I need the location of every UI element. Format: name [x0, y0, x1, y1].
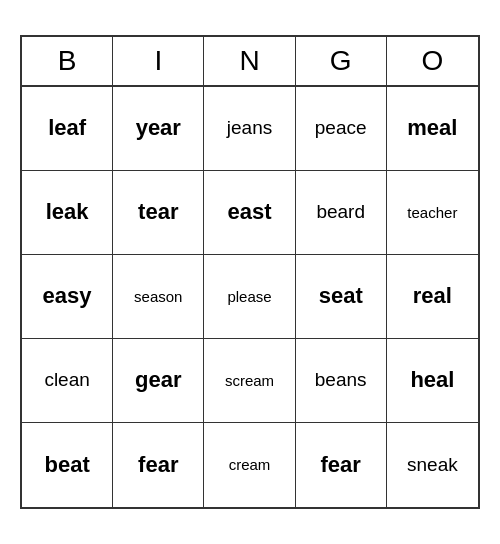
bingo-cell: meal [387, 87, 478, 171]
bingo-cell: jeans [204, 87, 295, 171]
bingo-card: BINGO leafyearjeanspeacemealleakteareast… [20, 35, 480, 509]
bingo-cell: tear [113, 171, 204, 255]
cell-text: heal [410, 367, 454, 393]
cell-text: beans [315, 369, 367, 392]
bingo-grid: leafyearjeanspeacemealleakteareastbeardt… [22, 87, 478, 507]
cell-text: seat [319, 283, 363, 309]
cell-text: jeans [227, 117, 272, 140]
bingo-cell: beat [22, 423, 113, 507]
bingo-cell: leaf [22, 87, 113, 171]
bingo-cell: easy [22, 255, 113, 339]
bingo-cell: gear [113, 339, 204, 423]
bingo-cell: please [204, 255, 295, 339]
cell-text: real [413, 283, 452, 309]
header-letter: G [296, 37, 387, 85]
bingo-cell: fear [113, 423, 204, 507]
bingo-cell: year [113, 87, 204, 171]
bingo-cell: teacher [387, 171, 478, 255]
header-letter: N [204, 37, 295, 85]
bingo-cell: beans [296, 339, 387, 423]
cell-text: scream [225, 372, 274, 390]
cell-text: season [134, 288, 182, 306]
header-letter: B [22, 37, 113, 85]
bingo-cell: fear [296, 423, 387, 507]
bingo-cell: real [387, 255, 478, 339]
bingo-cell: beard [296, 171, 387, 255]
bingo-cell: sneak [387, 423, 478, 507]
header-letter: O [387, 37, 478, 85]
bingo-cell: east [204, 171, 295, 255]
cell-text: meal [407, 115, 457, 141]
bingo-cell: heal [387, 339, 478, 423]
cell-text: please [227, 288, 271, 306]
bingo-cell: scream [204, 339, 295, 423]
cell-text: peace [315, 117, 367, 140]
cell-text: clean [44, 369, 89, 392]
cell-text: beat [44, 452, 89, 478]
cell-text: fear [321, 452, 361, 478]
cell-text: gear [135, 367, 181, 393]
bingo-cell: season [113, 255, 204, 339]
cell-text: leak [46, 199, 89, 225]
bingo-cell: peace [296, 87, 387, 171]
bingo-cell: leak [22, 171, 113, 255]
cell-text: year [136, 115, 181, 141]
cell-text: easy [43, 283, 92, 309]
cell-text: sneak [407, 454, 458, 477]
cell-text: teacher [407, 204, 457, 222]
cell-text: cream [229, 456, 271, 474]
bingo-cell: seat [296, 255, 387, 339]
cell-text: tear [138, 199, 178, 225]
bingo-cell: clean [22, 339, 113, 423]
cell-text: beard [316, 201, 365, 224]
cell-text: leaf [48, 115, 86, 141]
header-letter: I [113, 37, 204, 85]
cell-text: east [227, 199, 271, 225]
cell-text: fear [138, 452, 178, 478]
bingo-header: BINGO [22, 37, 478, 87]
bingo-cell: cream [204, 423, 295, 507]
